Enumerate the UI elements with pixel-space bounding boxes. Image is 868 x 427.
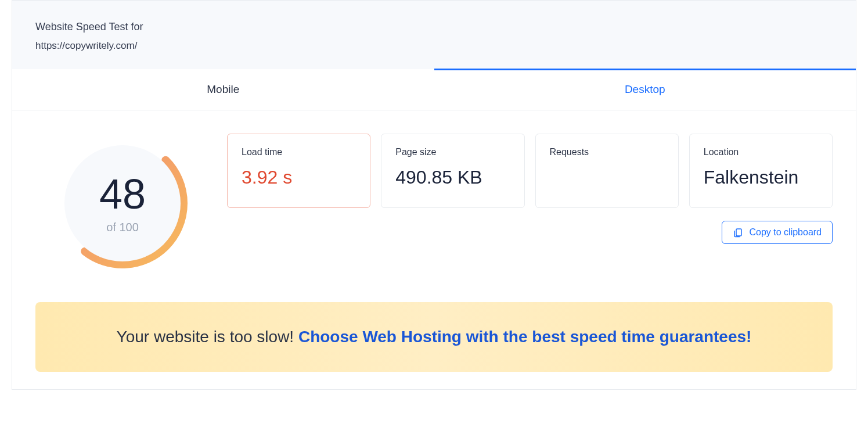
header-url: https://copywritely.com/ (35, 40, 833, 52)
metrics-row: 48 of 100 Load time 3.92 s Page size 490… (35, 134, 833, 273)
svg-rect-1 (736, 229, 741, 236)
score-gauge: 48 of 100 (35, 134, 210, 273)
score-value: 48 (99, 173, 146, 215)
tab-mobile-label: Mobile (207, 83, 239, 95)
metric-cards: Load time 3.92 s Page size 490.85 KB Req… (227, 134, 833, 244)
card-requests-label: Requests (550, 147, 664, 157)
tab-desktop-label: Desktop (625, 83, 665, 95)
score-of-label: of 100 (106, 221, 139, 234)
banner-lead-text: Your website is too slow! (117, 328, 298, 346)
copy-button-label: Copy to clipboard (749, 227, 822, 238)
header-title: Website Speed Test for (35, 21, 833, 33)
card-page-size-value: 490.85 KB (395, 167, 510, 188)
tab-mobile[interactable]: Mobile (12, 69, 434, 110)
card-load-time: Load time 3.92 s (227, 134, 370, 208)
copy-to-clipboard-button[interactable]: Copy to clipboard (722, 221, 833, 244)
card-requests: Requests (535, 134, 679, 208)
content-area: 48 of 100 Load time 3.92 s Page size 490… (12, 110, 856, 389)
clipboard-icon (733, 227, 743, 238)
card-load-time-value: 3.92 s (242, 167, 356, 188)
card-location-value: Falkenstein (704, 167, 818, 188)
tab-desktop[interactable]: Desktop (434, 69, 856, 110)
card-page-size-label: Page size (395, 147, 510, 157)
upsell-banner: Your website is too slow! Choose Web Hos… (35, 302, 833, 372)
header-section: Website Speed Test for https://copywrite… (12, 1, 856, 69)
card-page-size: Page size 490.85 KB (381, 134, 524, 208)
card-load-time-label: Load time (242, 147, 356, 157)
device-tabs: Mobile Desktop (12, 69, 856, 110)
card-location: Location Falkenstein (689, 134, 833, 208)
speed-test-panel: Website Speed Test for https://copywrite… (12, 0, 856, 390)
card-location-label: Location (704, 147, 818, 157)
banner-cta-link[interactable]: Choose Web Hosting with the best speed t… (298, 328, 752, 346)
